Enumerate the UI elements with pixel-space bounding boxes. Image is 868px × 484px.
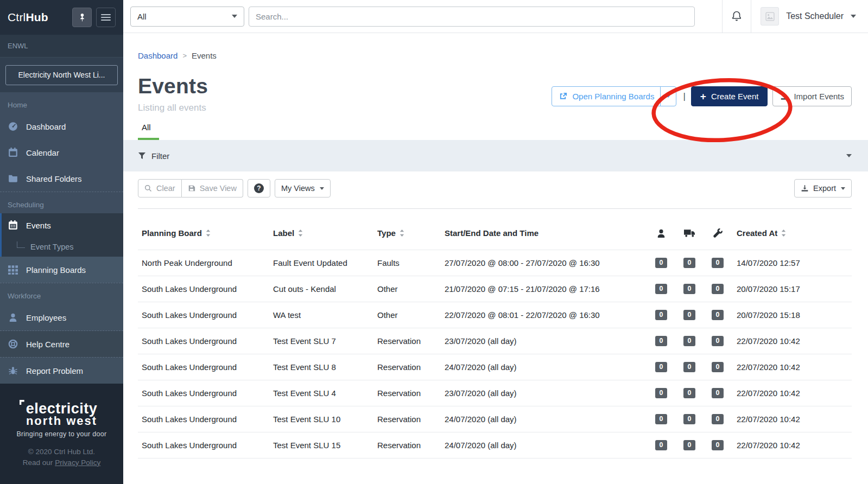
calendar-icon <box>8 147 18 158</box>
header-created-at[interactable]: Created At <box>732 228 852 238</box>
table-row[interactable]: South Lakes Underground Test Event SLU 7… <box>138 328 852 354</box>
cell-type: Other <box>373 284 441 294</box>
equipment-count-badge: 0 <box>712 414 724 425</box>
table-row[interactable]: South Lakes Underground Test Event SLU 1… <box>138 432 852 458</box>
enw-logo: electricity north west <box>26 402 98 426</box>
bug-icon <box>8 365 18 376</box>
plus-icon: + <box>700 91 706 101</box>
search-input[interactable] <box>249 7 695 27</box>
menu-toggle-button[interactable] <box>96 8 116 27</box>
open-planning-boards-caret[interactable] <box>660 87 676 106</box>
sidebar-item-shared-folders[interactable]: Shared Folders <box>0 165 123 192</box>
sidebar-item-dashboard[interactable]: Dashboard <box>0 113 123 139</box>
tab-all[interactable]: All <box>138 123 159 140</box>
people-count-badge: 0 <box>655 414 667 425</box>
header-label[interactable]: Label <box>269 228 373 238</box>
people-count-badge: 0 <box>655 258 667 269</box>
sidebar-item-report-problem[interactable]: Report Problem <box>0 358 123 384</box>
export-label: Export <box>813 184 836 193</box>
vehicles-count-badge: 0 <box>683 414 695 425</box>
cell-start-end: 24/07/2020 (all day) <box>441 441 647 450</box>
filter-panel-toggle[interactable]: Filter <box>123 140 868 171</box>
truck-icon <box>684 228 695 238</box>
sidebar-item-events[interactable]: Events <box>2 213 123 237</box>
workforce-block: Workforce Employees <box>0 283 123 330</box>
header-planning-board[interactable]: Planning Board <box>138 228 269 238</box>
cell-label: Test Event SLU 7 <box>269 336 373 346</box>
tree-branch-icon <box>17 241 25 248</box>
cell-label: Fault Event Updated <box>269 258 373 268</box>
export-button[interactable]: Export <box>794 179 852 198</box>
sidebar-item-label: Dashboard <box>26 122 66 131</box>
copyright-text: © 2020 Ctrl Hub Ltd. <box>23 447 100 457</box>
table-header-row: Planning Board Label Type Start/End Date… <box>138 209 852 250</box>
vehicles-count-badge: 0 <box>683 362 695 373</box>
header-vehicles <box>675 228 704 238</box>
breadcrumb-current: Events <box>192 51 217 60</box>
open-planning-boards-button[interactable]: Open Planning Boards <box>552 86 676 106</box>
people-count-badge: 0 <box>655 388 667 399</box>
privacy-policy-link[interactable]: Privacy Policy <box>55 458 100 467</box>
download-icon <box>780 92 789 100</box>
search-scope-select[interactable]: All <box>130 7 244 27</box>
sidebar-item-help-centre[interactable]: Help Centre <box>0 331 123 357</box>
cell-created-at: 22/07/2020 10:42 <box>732 415 852 424</box>
active-nav-block: Events Event Types <box>0 213 123 257</box>
page-subtitle: Listing all events <box>138 103 208 113</box>
help-button[interactable]: ? <box>248 179 270 198</box>
cell-type: Other <box>373 310 441 320</box>
table-row[interactable]: South Lakes Underground Cut outs - Kenda… <box>138 276 852 302</box>
chevron-down-icon <box>846 154 852 157</box>
cell-start-end: 21/07/2020 @ 07:15 - 21/07/2020 @ 17:16 <box>441 284 647 294</box>
vehicles-count-badge: 0 <box>683 258 695 269</box>
cell-created-at: 14/07/2020 12:57 <box>732 258 852 268</box>
equipment-count-badge: 0 <box>712 336 724 347</box>
sidebar-item-employees[interactable]: Employees <box>0 304 123 330</box>
header-type[interactable]: Type <box>373 228 441 238</box>
user-menu[interactable]: Test Scheduler <box>751 0 868 33</box>
people-count-badge: 0 <box>655 362 667 373</box>
cell-planning-board: North Peak Underground <box>138 258 269 268</box>
table-row[interactable]: North Peak Underground Fault Event Updat… <box>138 250 852 276</box>
table-row[interactable]: South Lakes Underground WA test Other 22… <box>138 302 852 328</box>
import-events-label: Import Events <box>794 92 844 101</box>
create-event-button[interactable]: + Create Event <box>691 86 768 106</box>
vehicles-count-badge: 0 <box>683 440 695 451</box>
cell-type: Reservation <box>373 362 441 372</box>
table-row[interactable]: South Lakes Underground Test Event SLU 8… <box>138 354 852 380</box>
my-views-button[interactable]: My Views <box>275 179 331 198</box>
hamburger-icon <box>101 12 111 22</box>
cell-label: Test Event SLU 4 <box>269 389 373 398</box>
page-actions: Open Planning Boards | + Create Event Im… <box>552 86 852 106</box>
sidebar-item-planning-boards[interactable]: Planning Boards <box>0 257 123 283</box>
wrench-icon <box>713 228 723 238</box>
sidebar-item-event-types[interactable]: Event Types <box>2 237 123 257</box>
cell-type: Reservation <box>373 389 441 398</box>
view-toolbar: Clear Save View ? My Views <box>138 179 852 198</box>
vehicles-count-badge: 0 <box>683 336 695 347</box>
company-button[interactable]: Electricity North West Li... <box>5 65 118 85</box>
sidebar-item-label: Employees <box>26 313 66 322</box>
app-logo: CtrlHub <box>8 11 48 24</box>
equipment-count-badge: 0 <box>712 362 724 373</box>
cell-start-end: 24/07/2020 (all day) <box>441 362 647 372</box>
cell-label: Test Event SLU 10 <box>269 415 373 424</box>
equipment-count-badge: 0 <box>712 440 724 451</box>
create-event-label: Create Event <box>711 92 759 101</box>
save-view-button[interactable]: Save View <box>182 179 243 198</box>
notifications-button[interactable] <box>723 0 751 33</box>
clear-button[interactable]: Clear <box>138 179 182 198</box>
cell-start-end: 27/07/2020 @ 08:00 - 27/07/2020 @ 16:30 <box>441 258 647 268</box>
cell-type: Faults <box>373 258 441 268</box>
table-row[interactable]: South Lakes Underground Test Event SLU 4… <box>138 380 852 406</box>
import-events-button[interactable]: Import Events <box>772 86 852 106</box>
breadcrumb-dashboard-link[interactable]: Dashboard <box>138 51 178 60</box>
table-row[interactable]: South Lakes Underground Test Event SLU 1… <box>138 406 852 432</box>
pin-sidebar-button[interactable] <box>72 8 92 27</box>
cell-created-at: 22/07/2020 10:42 <box>732 389 852 398</box>
cell-created-at: 22/07/2020 10:42 <box>732 362 852 372</box>
breadcrumb: Dashboard > Events <box>138 51 852 60</box>
vehicles-count-badge: 0 <box>683 284 695 295</box>
sidebar-item-calendar[interactable]: Calendar <box>0 139 123 165</box>
equipment-count-badge: 0 <box>712 258 724 269</box>
